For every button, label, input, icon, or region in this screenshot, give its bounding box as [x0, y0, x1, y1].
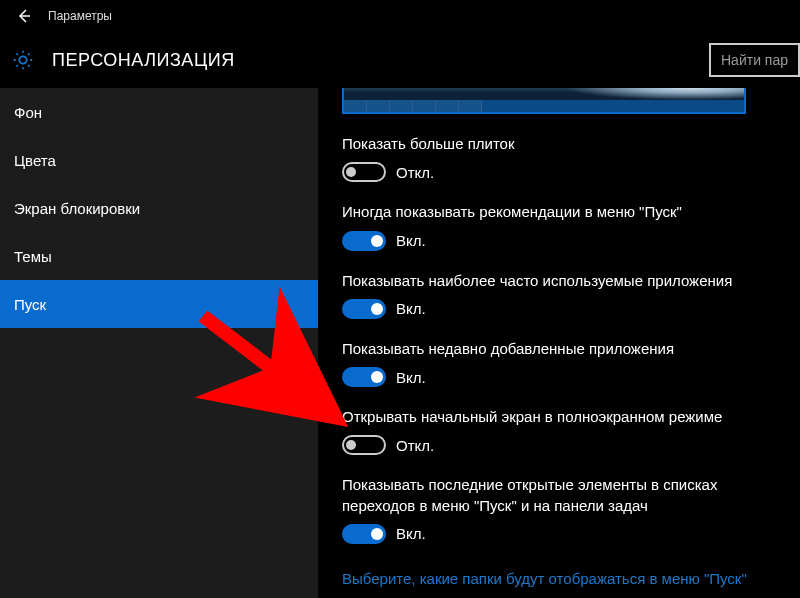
content-pane: Показать больше плитокОткл.Иногда показы…	[318, 88, 800, 598]
sidebar-item-label: Экран блокировки	[14, 200, 140, 217]
settings-window: Параметры ПЕРСОНАЛИЗАЦИЯ Найти пар ФонЦв…	[0, 0, 800, 598]
sidebar-item-label: Темы	[14, 248, 52, 265]
toggle-state-label: Вкл.	[396, 300, 426, 317]
toggle-knob	[371, 528, 383, 540]
sidebar-item-label: Цвета	[14, 152, 56, 169]
search-placeholder: Найти пар	[721, 52, 788, 68]
sidebar-item-4[interactable]: Пуск	[0, 280, 318, 328]
toggle-knob	[346, 167, 356, 177]
toggle-row: Вкл.	[342, 299, 800, 319]
sidebar-item-label: Фон	[14, 104, 42, 121]
title-bar: Параметры	[0, 0, 800, 32]
setting-label: Иногда показывать рекомендации в меню "П…	[342, 202, 762, 222]
setting-label: Показать больше плиток	[342, 134, 762, 154]
sidebar-item-2[interactable]: Экран блокировки	[0, 184, 318, 232]
back-button[interactable]	[0, 0, 48, 32]
toggle-knob	[371, 303, 383, 315]
page-title: ПЕРСОНАЛИЗАЦИЯ	[52, 50, 235, 71]
setting-3: Показывать недавно добавленные приложени…	[342, 339, 800, 387]
toggle-switch[interactable]	[342, 367, 386, 387]
setting-0: Показать больше плитокОткл.	[342, 134, 800, 182]
toggle-row: Откл.	[342, 435, 800, 455]
window-title: Параметры	[48, 9, 112, 23]
arrow-left-icon	[16, 8, 32, 24]
toggle-row: Вкл.	[342, 231, 800, 251]
setting-label: Показывать последние открытые элементы в…	[342, 475, 762, 516]
sidebar-item-1[interactable]: Цвета	[0, 136, 318, 184]
toggle-state-label: Вкл.	[396, 525, 426, 542]
toggle-state-label: Откл.	[396, 164, 434, 181]
gear-icon	[12, 49, 34, 71]
toggle-switch[interactable]	[342, 231, 386, 251]
setting-label: Показывать наиболее часто используемые п…	[342, 271, 762, 291]
start-preview-image	[342, 88, 746, 114]
setting-label: Открывать начальный экран в полноэкранно…	[342, 407, 762, 427]
choose-folders-link[interactable]: Выберите, какие папки будут отображаться…	[342, 570, 762, 587]
setting-5: Показывать последние открытые элементы в…	[342, 475, 800, 544]
toggle-switch[interactable]	[342, 524, 386, 544]
sidebar: ФонЦветаЭкран блокировкиТемыПуск	[0, 88, 318, 598]
toggle-row: Вкл.	[342, 524, 800, 544]
toggle-switch[interactable]	[342, 435, 386, 455]
setting-1: Иногда показывать рекомендации в меню "П…	[342, 202, 800, 250]
sidebar-item-0[interactable]: Фон	[0, 88, 318, 136]
toggle-knob	[371, 235, 383, 247]
search-input[interactable]: Найти пар	[709, 43, 800, 77]
sidebar-item-3[interactable]: Темы	[0, 232, 318, 280]
setting-2: Показывать наиболее часто используемые п…	[342, 271, 800, 319]
body: ФонЦветаЭкран блокировкиТемыПуск Показат…	[0, 88, 800, 598]
toggle-switch[interactable]	[342, 162, 386, 182]
setting-label: Показывать недавно добавленные приложени…	[342, 339, 762, 359]
toggle-state-label: Откл.	[396, 437, 434, 454]
header: ПЕРСОНАЛИЗАЦИЯ Найти пар	[0, 32, 800, 88]
toggle-state-label: Вкл.	[396, 232, 426, 249]
toggle-knob	[371, 371, 383, 383]
toggle-state-label: Вкл.	[396, 369, 426, 386]
toggle-row: Откл.	[342, 162, 800, 182]
toggle-row: Вкл.	[342, 367, 800, 387]
toggle-switch[interactable]	[342, 299, 386, 319]
sidebar-item-label: Пуск	[14, 296, 46, 313]
toggle-knob	[346, 440, 356, 450]
setting-4: Открывать начальный экран в полноэкранно…	[342, 407, 800, 455]
